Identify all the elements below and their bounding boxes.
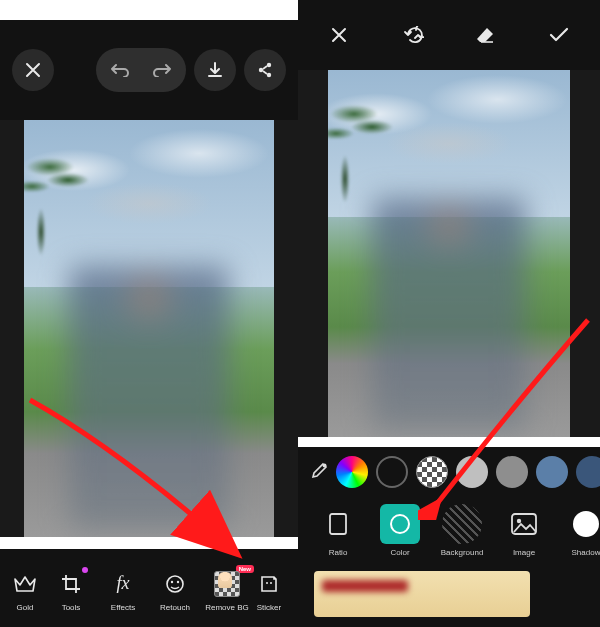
left-screenshot: Gold Tools fx Effects Retouch New Remove… [0,0,298,627]
crop-icon [56,569,86,599]
sticker-icon [254,569,284,599]
tool-label: Retouch [160,603,190,612]
confirm-button[interactable] [538,14,580,56]
close-icon [25,62,41,78]
undo-icon [110,63,130,77]
crown-icon [10,569,40,599]
redo-icon [152,63,172,77]
eraser-icon [475,26,495,44]
eraser-button[interactable] [464,14,506,56]
color-swatch[interactable] [536,456,568,488]
svg-point-10 [391,515,409,533]
transparent-swatch[interactable] [416,456,448,488]
svg-point-3 [167,576,183,592]
eyedropper-button[interactable] [308,462,328,482]
background-option[interactable]: Background [436,504,488,557]
undo-redo-group [96,48,186,92]
tools-tool[interactable]: Tools [46,569,96,612]
sticker-tool[interactable]: Sticker [254,569,284,612]
photo [24,120,274,537]
svg-point-12 [517,518,521,522]
download-button[interactable] [194,49,236,91]
bg-editor-top-bar [298,0,600,70]
svg-point-1 [267,63,271,67]
pattern-icon [442,504,482,544]
share-button[interactable] [244,49,286,91]
fx-icon: fx [108,569,138,599]
effects-tool[interactable]: fx Effects [98,569,148,612]
bgtool-label: Color [390,548,409,557]
image-icon [504,504,544,544]
color-picker-swatch[interactable] [336,456,368,488]
gold-tool[interactable]: Gold [6,569,44,612]
bg-canvas[interactable] [298,70,600,437]
tool-label: Effects [111,603,135,612]
tool-label: Sticker [257,603,281,612]
cancel-button[interactable] [318,14,360,56]
color-swatch[interactable] [576,456,600,488]
svg-point-6 [266,582,268,584]
no-color-swatch[interactable] [376,456,408,488]
reset-button[interactable] [392,14,434,56]
undo-button[interactable] [100,52,140,88]
check-icon [549,27,569,43]
background-toolbar: Ratio Color Background Image Shadow [298,495,600,565]
color-swatch-bar [298,447,600,497]
reset-icon [402,26,424,44]
ratio-icon [318,504,358,544]
bgtool-label: Background [441,548,484,557]
tool-label: Tools [62,603,81,612]
remove-bg-tool[interactable]: New Remove BG [202,569,252,612]
ratio-option[interactable]: Ratio [312,504,364,557]
ad-strip [298,565,600,627]
close-icon [330,26,348,44]
bgtool-label: Image [513,548,535,557]
image-option[interactable]: Image [498,504,550,557]
svg-point-7 [270,582,272,584]
color-icon [380,504,420,544]
close-button[interactable] [12,49,54,91]
tool-label: Gold [17,603,34,612]
retouch-tool[interactable]: Retouch [150,569,200,612]
new-dot-badge [82,567,88,573]
shadow-icon [566,504,600,544]
color-swatch[interactable] [456,456,488,488]
tool-label: Remove BG [205,603,249,612]
ad-banner[interactable] [314,571,530,617]
eyedropper-icon [308,462,328,482]
canvas-area[interactable] [0,120,298,537]
share-icon [256,61,274,79]
retouch-icon [160,569,190,599]
svg-point-8 [323,464,327,468]
bottom-toolbar: Gold Tools fx Effects Retouch New Remove… [0,549,298,627]
bgtool-label: Shadow [572,548,600,557]
editor-top-bar [0,20,298,120]
color-option[interactable]: Color [374,504,426,557]
shadow-option[interactable]: Shadow [560,504,600,557]
photo [328,70,570,437]
svg-point-0 [259,68,263,72]
svg-point-4 [171,580,173,582]
color-swatch[interactable] [496,456,528,488]
bgtool-label: Ratio [329,548,348,557]
remove-bg-icon [212,569,242,599]
redo-button[interactable] [142,52,182,88]
right-screenshot: Ratio Color Background Image Shadow [298,0,600,627]
svg-point-5 [177,580,179,582]
download-icon [206,61,224,79]
svg-rect-9 [330,514,346,534]
svg-point-2 [267,73,271,77]
